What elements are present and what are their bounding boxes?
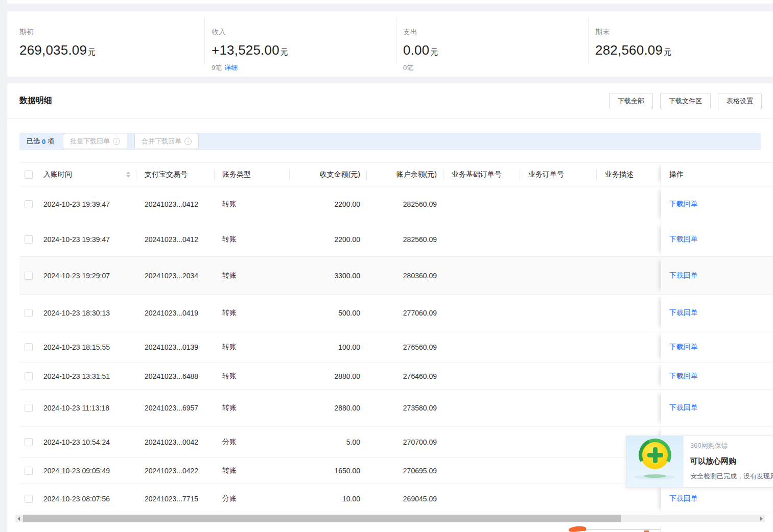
currency-unit: 元 <box>88 47 96 56</box>
row-checkbox[interactable] <box>25 235 33 244</box>
expense-count: 0笔 <box>403 64 413 71</box>
currency-unit: 元 <box>664 47 671 56</box>
360-security-popup[interactable]: 360网购保镖 可以放心网购 安全检测已完成，没有发现风险 <box>626 436 773 488</box>
cell-base-order <box>443 458 520 483</box>
download-receipt-link[interactable]: 下载回单 <box>669 403 698 413</box>
income-detail-link[interactable]: 详细 <box>224 64 238 71</box>
select-all-checkbox[interactable] <box>25 171 33 179</box>
header-action: 操作 <box>661 163 773 186</box>
row-checkbox[interactable] <box>25 438 33 446</box>
download-receipt-link[interactable]: 下载回单 <box>669 494 698 503</box>
row-checkbox[interactable] <box>25 343 33 351</box>
cell-order <box>520 458 597 483</box>
scrollbar-thumb[interactable] <box>23 515 621 522</box>
cell-amount: 2200.00 <box>290 186 367 222</box>
previous-card-edge <box>7 0 773 4</box>
header-amount: 收支金额(元) <box>290 163 367 186</box>
cell-trade-no: 20241023...0042 <box>136 427 215 457</box>
summary-income: 收入 +13,525.00元 9笔详细 <box>204 11 396 77</box>
cell-desc <box>597 390 661 426</box>
cell-order <box>520 331 597 362</box>
income-label: 收入 <box>212 28 396 37</box>
cell-order <box>520 257 597 294</box>
row-checkbox-cell <box>19 363 39 389</box>
row-checkbox[interactable] <box>25 404 33 412</box>
cell-time: 2024-10-23 19:39:47 <box>39 186 136 222</box>
download-receipt-link[interactable]: 下载回单 <box>669 372 698 381</box>
cell-base-order <box>443 222 520 256</box>
cell-action: 下载回单 <box>661 484 773 514</box>
download-receipt-link[interactable]: 下载回单 <box>669 271 698 280</box>
cell-time: 2024-10-23 11:13:18 <box>39 390 136 426</box>
cell-type: 转账 <box>215 222 290 256</box>
cutoff-popup-edge <box>584 529 661 532</box>
cell-trade-no: 20241023...7715 <box>136 484 215 514</box>
download-receipt-link[interactable]: 下载回单 <box>669 235 698 244</box>
row-checkbox[interactable] <box>25 467 33 475</box>
account-summary-card: 期初 269,035.09元 收入 +13,525.00元 9笔详细 支出 0.… <box>7 11 773 77</box>
download-all-button[interactable]: 下载全部 <box>609 93 653 109</box>
info-icon[interactable]: i <box>184 138 192 145</box>
scroll-right-arrow-icon[interactable] <box>758 515 765 522</box>
cell-balance: 270700.09 <box>367 427 443 457</box>
360-popup-texts: 360网购保镖 可以放心网购 安全检测已完成，没有发现风险 <box>684 436 773 487</box>
cell-order <box>520 484 597 514</box>
summary-expense: 支出 0.00元 0笔 <box>396 11 588 77</box>
360-headline: 可以放心网购 <box>690 456 773 466</box>
batch-download-receipt-button[interactable]: 批量下载回单 i <box>63 134 127 149</box>
cell-amount: 100.00 <box>290 331 367 362</box>
row-checkbox[interactable] <box>25 200 33 208</box>
cell-trade-no: 20241023...0422 <box>136 458 215 483</box>
selected-suffix: 项 <box>48 137 54 146</box>
panel-title: 数据明细 <box>19 95 52 106</box>
cell-action: 下载回单 <box>661 295 773 331</box>
merge-download-receipt-button[interactable]: 合并下载回单 i <box>134 134 199 149</box>
row-checkbox[interactable] <box>25 309 33 317</box>
income-count: 9笔 <box>212 64 222 71</box>
logo-shadow <box>644 474 666 478</box>
cell-action: 下载回单 <box>661 363 773 389</box>
scroll-left-arrow-icon[interactable] <box>15 515 22 522</box>
row-checkbox[interactable] <box>25 372 33 380</box>
download-receipt-link[interactable]: 下载回单 <box>669 308 698 318</box>
cell-base-order <box>443 484 520 514</box>
cell-base-order <box>443 257 520 294</box>
cell-balance: 269045.09 <box>367 484 443 514</box>
cell-action: 下载回单 <box>661 222 773 256</box>
cell-order <box>520 295 597 331</box>
cell-type: 分账 <box>215 427 290 457</box>
cell-base-order <box>443 363 520 389</box>
cell-trade-no: 20241023...6957 <box>136 390 215 426</box>
download-receipt-link[interactable]: 下载回单 <box>669 343 698 352</box>
header-desc: 业务描述 <box>597 163 661 186</box>
expense-value: 0.00元 <box>403 42 588 58</box>
table-row: 2024-10-23 08:07:5620241023...7715分账10.0… <box>19 484 773 514</box>
summary-opening-balance: 期初 269,035.09元 <box>7 11 204 77</box>
cell-time: 2024-10-23 08:07:56 <box>39 484 136 514</box>
cell-time: 2024-10-23 13:31:51 <box>39 363 136 389</box>
cell-amount: 2200.00 <box>290 222 367 256</box>
selected-count: 0 <box>42 138 45 146</box>
table-row: 2024-10-23 19:29:0720241023...2034转账3300… <box>19 257 773 295</box>
currency-unit: 元 <box>280 47 288 56</box>
table-row: 2024-10-23 19:39:4720241023...0412转账2200… <box>19 222 773 257</box>
sort-icon[interactable] <box>126 172 130 178</box>
row-checkbox[interactable] <box>25 495 33 503</box>
row-checkbox-cell <box>19 427 39 457</box>
row-checkbox[interactable] <box>25 272 33 280</box>
info-icon[interactable]: i <box>113 138 120 145</box>
panel-header: 数据明细 下载全部 下载文件区 表格设置 <box>7 83 773 119</box>
cell-balance: 276560.09 <box>367 331 443 362</box>
table-settings-button[interactable]: 表格设置 <box>718 93 762 109</box>
horizontal-scrollbar[interactable] <box>15 515 765 522</box>
row-checkbox-cell <box>19 390 39 426</box>
download-file-zone-button[interactable]: 下载文件区 <box>660 93 711 109</box>
cell-balance: 270695.09 <box>367 458 443 483</box>
cell-balance: 282560.09 <box>367 186 443 222</box>
row-checkbox-cell <box>19 295 39 331</box>
cell-desc <box>597 363 661 389</box>
expense-label: 支出 <box>403 28 588 37</box>
download-receipt-link[interactable]: 下载回单 <box>669 200 698 209</box>
cell-desc <box>597 331 661 362</box>
cell-type: 转账 <box>215 458 290 483</box>
